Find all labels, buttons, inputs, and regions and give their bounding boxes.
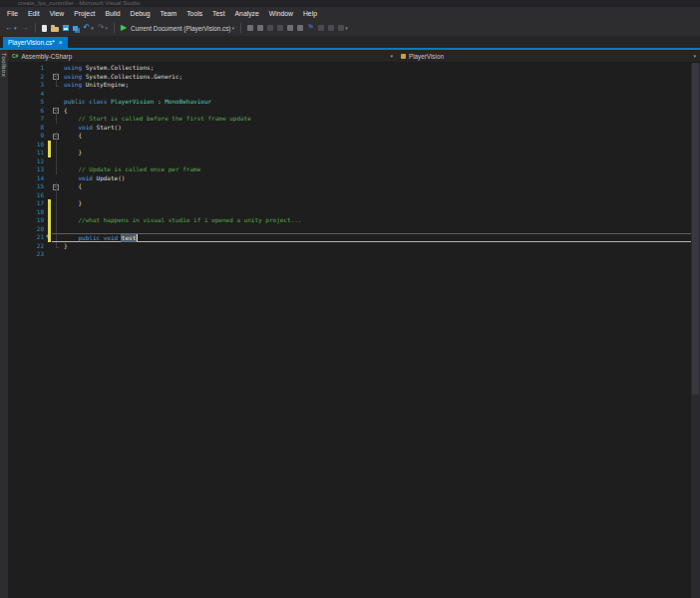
breakpoint-margin[interactable] [8,64,24,73]
code-text[interactable]: } [61,149,691,157]
redo-caret-icon[interactable]: ▾ [105,20,108,36]
breakpoint-margin[interactable] [8,182,24,191]
navigate-backward-caret-icon[interactable]: ▾ [14,20,17,36]
navigate-forward-icon[interactable]: → [21,20,29,36]
code-line-16[interactable]: 16 [8,191,691,200]
code-text[interactable]: void Update() [61,174,691,183]
breakpoint-margin[interactable] [8,141,24,150]
toggle-bookmark-icon[interactable]: ⚑ [307,20,314,36]
save-icon[interactable] [63,25,69,31]
code-text[interactable]: public class PlayerVision : MonoBehaviou… [61,98,691,107]
menu-item-help[interactable]: Help [298,7,322,20]
menu-item-file[interactable]: File [2,7,23,20]
code-line-10[interactable]: 10 [8,141,691,150]
previous-bookmark-icon[interactable] [318,25,324,31]
menu-item-analyze[interactable]: Analyze [230,7,264,20]
debug-target-label[interactable]: Current Document (PlayerVision.cs) [131,25,230,32]
breakpoint-margin[interactable] [8,98,24,107]
code-line-4[interactable]: 4 [8,90,691,99]
menu-item-team[interactable]: Team [156,7,182,20]
code-editor[interactable]: 1−using System.Collections;2using System… [8,63,691,598]
comment-selection-icon[interactable] [287,25,293,31]
code-line-7[interactable]: 7 // Start is called before the first fr… [8,115,691,124]
code-line-17[interactable]: 17 } [8,199,691,208]
breakpoint-margin[interactable] [8,73,24,82]
toolbox-tab-label[interactable]: Toolbox [1,53,7,77]
menu-item-view[interactable]: View [45,7,70,20]
toolbox-strip[interactable]: Toolbox [0,50,8,598]
code-text[interactable] [61,191,691,200]
code-line-20[interactable]: 20 [8,225,691,234]
breakpoint-margin[interactable] [8,208,24,217]
code-text[interactable]: //what happens in visual studio if i ope… [61,216,691,225]
save-all-icon[interactable] [73,26,78,31]
code-line-9[interactable]: 9 { [8,132,691,141]
breakpoint-margin[interactable] [8,90,24,99]
menu-item-project[interactable]: Project [69,7,100,20]
code-text[interactable]: { [61,132,691,141]
breakpoint-margin[interactable] [8,174,24,183]
menu-item-build[interactable]: Build [100,7,125,20]
redo-icon[interactable]: ↷ [98,20,105,36]
type-dropdown[interactable]: PlayerVision ▾ [397,50,700,62]
code-text[interactable]: using System.Collections.Generic; [61,73,691,82]
tab-close-icon[interactable]: × [59,37,63,48]
breakpoint-margin[interactable] [8,242,24,251]
code-line-1[interactable]: 1−using System.Collections; [8,64,691,73]
debug-target-caret-icon[interactable]: ▾ [231,20,234,36]
code-text[interactable]: using System.Collections; [61,64,691,73]
navigate-backward-icon[interactable]: ← [5,20,13,36]
code-text[interactable]: } [61,242,691,251]
code-text[interactable] [61,157,691,166]
breakpoint-margin[interactable] [8,191,24,200]
menu-item-window[interactable]: Window [264,7,298,20]
uncomment-selection-icon[interactable] [297,25,303,31]
code-line-23[interactable]: 23 [8,250,691,259]
breakpoint-margin[interactable] [8,81,24,90]
tab-playervision[interactable]: PlayerVision.cs* × [3,37,68,48]
breakpoint-margin[interactable] [8,149,24,157]
code-line-18[interactable]: 18 [8,208,691,217]
undo-icon[interactable]: ↶ [84,20,91,36]
code-line-3[interactable]: 3using UnityEngine; [8,81,691,90]
code-line-19[interactable]: 19 //what happens in visual studio if i … [8,216,691,225]
code-line-8[interactable]: 8− void Start() [8,124,691,133]
breakpoint-margin[interactable] [8,132,24,141]
vertical-scrollbar[interactable] [691,63,700,598]
toolbar-options-caret-icon[interactable]: ▾ [345,20,348,36]
menu-item-test[interactable]: Test [207,7,229,20]
breakpoint-margin[interactable] [8,124,24,133]
code-line-22[interactable]: 22} [8,242,691,251]
breakpoint-margin[interactable] [8,225,24,234]
code-line-15[interactable]: 15 { [8,182,691,191]
code-line-6[interactable]: 6{ [8,107,691,116]
code-line-12[interactable]: 12 [8,157,691,166]
code-text[interactable]: void Start() [61,124,691,133]
breakpoint-margin[interactable] [8,233,24,242]
next-bookmark-icon[interactable] [328,25,334,31]
code-text[interactable]: } [61,199,691,208]
code-text[interactable] [61,208,691,217]
code-line-21[interactable]: ✎21 public void test [8,233,691,242]
breakpoint-margin[interactable] [8,216,24,225]
project-dropdown[interactable]: C# Assembly-CSharp ▾ [8,50,397,62]
breakpoint-margin[interactable] [8,115,24,124]
display-member-list-icon[interactable] [247,25,253,31]
code-text[interactable]: // Start is called before the first fram… [61,115,691,124]
code-line-14[interactable]: 14− void Update() [8,174,691,183]
breakpoint-margin[interactable] [8,165,24,174]
increase-indent-icon[interactable] [277,25,283,31]
code-text[interactable]: // Update is called once per frame [61,165,691,174]
code-text[interactable] [61,225,691,234]
code-text[interactable] [61,90,691,99]
decrease-indent-icon[interactable] [267,25,273,31]
undo-caret-icon[interactable]: ▾ [91,20,94,36]
menu-item-tools[interactable]: Tools [181,7,207,20]
code-text[interactable]: { [61,182,691,191]
open-file-icon[interactable] [51,27,59,32]
project-dropdown-caret-icon[interactable]: ▾ [390,53,393,59]
start-debug-icon[interactable]: ▶ [121,20,127,36]
clear-bookmarks-icon[interactable] [338,25,344,31]
code-text[interactable]: public void test [61,234,691,241]
breakpoint-margin[interactable] [8,199,24,208]
